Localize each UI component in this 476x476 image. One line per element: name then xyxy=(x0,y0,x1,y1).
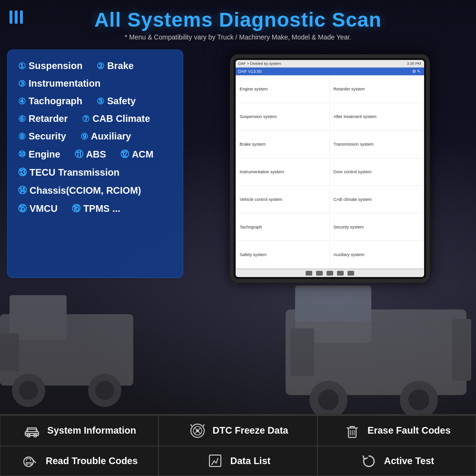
svg-point-27 xyxy=(26,463,28,465)
tablet-system-grid: Engine system Retarder system Suspension… xyxy=(236,75,424,269)
tablet-cell-suspension: Suspension system xyxy=(236,103,330,131)
feature-acm: ⑫ ACM xyxy=(120,149,154,160)
feature-label-brake: Brake xyxy=(107,60,134,71)
feature-engine: ⑩ Engine xyxy=(18,149,60,160)
feature-num-12: ⑫ xyxy=(120,149,129,160)
feature-label-acm: ACM xyxy=(132,149,154,160)
feature-brake: ② Brake xyxy=(97,60,134,71)
trash-icon xyxy=(343,421,362,440)
feature-label-safety: Safety xyxy=(107,96,136,107)
feature-label-suspension: Suspension xyxy=(29,60,82,71)
search-car-icon xyxy=(21,451,40,470)
tablet-cell-auxiliary: Auxiliary system xyxy=(330,241,424,268)
bottom-buttons: System Information DTC Freeze Data xyxy=(0,414,476,476)
feature-row-1: ① Suspension ② Brake xyxy=(18,60,172,71)
feature-tachograph: ④ Tachograph xyxy=(18,96,82,107)
feature-label-instrumentation: Instrumentation xyxy=(29,78,100,89)
feature-num-11: ⑪ xyxy=(75,149,83,160)
main-title: All Systems Diagnostic Scan xyxy=(10,9,466,31)
feature-label-retarder: Retarder xyxy=(29,113,68,124)
erase-fault-codes-label: Erase Fault Codes xyxy=(367,425,451,436)
tablet-cell-transmission: Transmission system xyxy=(330,131,424,159)
feature-label-cab-climate: CAB Climate xyxy=(92,113,150,124)
feature-vmcu: ⑮ VMCU xyxy=(18,203,58,214)
bar-3 xyxy=(20,10,23,24)
feature-num-3: ③ xyxy=(18,79,26,89)
active-test-label: Active Test xyxy=(384,456,434,466)
feature-row-9: ⑮ VMCU ⑯ TPMS ... xyxy=(18,203,172,214)
feature-tecu: ⑬ TECU Transmission xyxy=(18,167,172,178)
feature-label-security: Security xyxy=(29,131,66,142)
feature-label-tecu: TECU Transmission xyxy=(30,167,119,178)
tablet-version: DAF V13.50 xyxy=(238,69,262,74)
erase-fault-codes-button[interactable]: Erase Fault Codes xyxy=(317,416,476,446)
svg-rect-29 xyxy=(209,455,221,466)
tablet-cell-vehicle: Vehicle control system xyxy=(236,186,330,213)
feature-chassis: ⑭ Chassis(CCIOM, RCIOM) xyxy=(18,185,172,196)
feature-cab-climate: ⑦ CAB Climate xyxy=(82,113,150,124)
tablet-breadcrumb: DAF > Divided by system xyxy=(238,61,281,66)
bar-2 xyxy=(15,10,18,24)
feature-num-15: ⑮ xyxy=(18,203,27,214)
svg-point-21 xyxy=(196,429,199,432)
chart-icon xyxy=(206,451,225,470)
tablet-cell-door: Door control system xyxy=(330,159,424,186)
svg-point-28 xyxy=(30,463,32,465)
tablet-device: DAF > Divided by system 3:35 PM DAF V13.… xyxy=(230,54,430,283)
brand-bars xyxy=(10,10,23,24)
feature-instrumentation: ③ Instrumentation xyxy=(18,78,172,89)
tablet-cell-aftertreatment: After treatment system xyxy=(330,103,424,131)
tablet-cell-tachograph: Tachograph xyxy=(236,213,330,241)
dtc-freeze-data-button[interactable]: DTC Freeze Data xyxy=(159,416,317,446)
tablet-cell-brake: Brake system xyxy=(236,131,330,159)
feature-label-auxiliary: Auxiliary xyxy=(91,131,131,142)
active-test-button[interactable]: Active Test xyxy=(317,446,476,476)
feature-label-tpms: TPMS ... xyxy=(83,203,120,214)
feature-safety: ⑤ Safety xyxy=(97,96,136,107)
tablet-footer-icon-3 xyxy=(327,271,333,276)
tablet-footer-icon-2 xyxy=(316,271,323,276)
bar-1 xyxy=(10,10,12,24)
tablet-icons: ⚙ ✎ xyxy=(412,69,421,74)
feature-num-6: ⑥ xyxy=(18,114,26,124)
car-icon xyxy=(22,421,41,440)
features-box: ① Suspension ② Brake ③ Instrumentation ④… xyxy=(7,50,183,278)
tablet-cell-engine: Engine system xyxy=(236,76,330,103)
feature-num-14: ⑭ xyxy=(18,185,27,196)
refresh-icon xyxy=(359,451,378,470)
feature-row-5: ⑧ Security ⑨ Auxiliary xyxy=(18,131,172,142)
subtitle: * Menu & Compatibility vary by Truck / M… xyxy=(10,33,466,41)
data-list-button[interactable]: Data List xyxy=(159,446,317,476)
tablet-side-button xyxy=(427,77,430,91)
feature-row-3: ④ Tachograph ⑤ Safety xyxy=(18,96,172,107)
feature-num-2: ② xyxy=(97,61,104,71)
page-content: All Systems Diagnostic Scan * Menu & Com… xyxy=(0,0,476,476)
tablet-footer-icon-1 xyxy=(306,271,312,276)
feature-num-4: ④ xyxy=(18,96,26,107)
tablet-cell-cab: CAB climate system xyxy=(330,186,424,213)
read-trouble-codes-button[interactable]: Read Trouble Codes xyxy=(0,446,159,476)
system-information-button[interactable]: System Information xyxy=(0,416,159,446)
feature-security: ⑧ Security xyxy=(18,131,66,142)
feature-num-10: ⑩ xyxy=(18,149,26,159)
feature-row-4: ⑥ Retarder ⑦ CAB Climate xyxy=(18,113,172,124)
tablet-cell-retarder: Retarder system xyxy=(330,76,424,103)
feature-label-tachograph: Tachograph xyxy=(29,96,82,107)
feature-num-9: ⑨ xyxy=(80,131,88,142)
feature-num-8: ⑧ xyxy=(18,131,26,142)
feature-label-engine: Engine xyxy=(29,149,60,160)
feature-num-16: ⑯ xyxy=(72,203,80,214)
feature-num-5: ⑤ xyxy=(97,96,104,107)
middle-section: ① Suspension ② Brake ③ Instrumentation ④… xyxy=(0,45,476,414)
header: All Systems Diagnostic Scan * Menu & Com… xyxy=(0,0,476,45)
tablet-area: DAF > Divided by system 3:35 PM DAF V13.… xyxy=(190,50,469,283)
feature-auxiliary: ⑨ Auxiliary xyxy=(80,131,131,142)
tablet-screen: DAF > Divided by system 3:35 PM DAF V13.… xyxy=(236,60,424,277)
feature-num-1: ① xyxy=(18,61,26,71)
system-information-label: System Information xyxy=(47,425,136,436)
read-trouble-codes-label: Read Trouble Codes xyxy=(46,456,138,466)
feature-label-abs: ABS xyxy=(86,149,106,160)
tablet-footer xyxy=(236,269,424,277)
feature-num-13: ⑬ xyxy=(18,167,27,178)
feature-num-7: ⑦ xyxy=(82,114,89,124)
